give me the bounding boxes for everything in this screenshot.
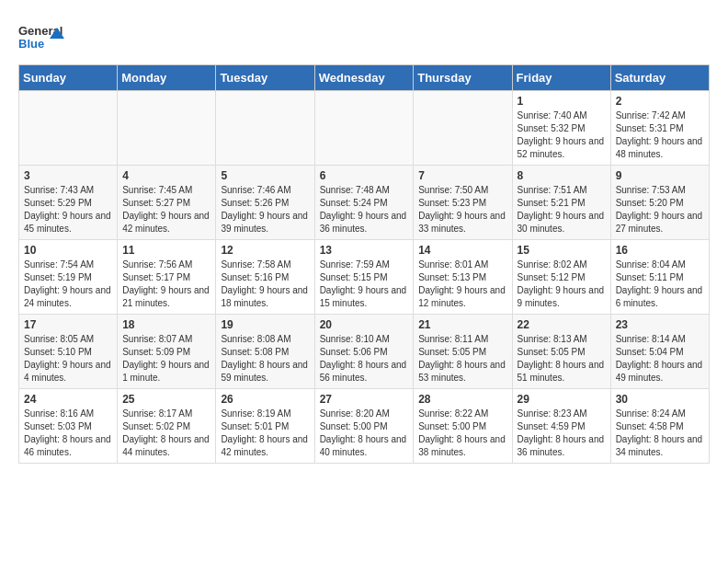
cell-info: Sunrise: 8:19 AMSunset: 5:01 PMDaylight:… [221,408,309,459]
cell-info: Sunrise: 7:45 AMSunset: 5:27 PMDaylight:… [122,184,210,236]
day-number: 22 [518,318,606,331]
day-number: 23 [616,318,704,331]
calendar-cell: 29Sunrise: 8:23 AMSunset: 4:59 PMDayligh… [512,389,610,464]
calendar-cell: 26Sunrise: 8:19 AMSunset: 5:01 PMDayligh… [216,389,314,464]
calendar-cell [19,91,118,166]
cell-info: Sunrise: 7:43 AMSunset: 5:29 PMDaylight:… [24,184,112,236]
calendar-cell: 20Sunrise: 8:10 AMSunset: 5:06 PMDayligh… [314,315,414,389]
calendar-cell: 12Sunrise: 7:58 AMSunset: 5:16 PMDayligh… [216,240,314,315]
calendar-header-monday: Monday [118,65,216,91]
cell-info: Sunrise: 7:42 AMSunset: 5:31 PMDaylight:… [616,109,704,161]
cell-info: Sunrise: 7:58 AMSunset: 5:16 PMDaylight:… [221,259,309,310]
day-number: 18 [122,318,210,331]
cell-info: Sunrise: 7:51 AMSunset: 5:21 PMDaylight:… [518,184,606,236]
cell-info: Sunrise: 7:59 AMSunset: 5:15 PMDaylight:… [320,259,409,310]
day-number: 14 [418,244,506,257]
day-number: 5 [221,169,309,182]
calendar-cell: 8Sunrise: 7:51 AMSunset: 5:21 PMDaylight… [512,166,610,240]
calendar-header-tuesday: Tuesday [216,65,314,91]
calendar-cell: 7Sunrise: 7:50 AMSunset: 5:23 PMDaylight… [414,166,512,240]
cell-info: Sunrise: 7:40 AMSunset: 5:32 PMDaylight:… [518,109,606,161]
day-number: 26 [221,393,309,406]
calendar-week-row: 17Sunrise: 8:05 AMSunset: 5:10 PMDayligh… [19,315,710,389]
cell-info: Sunrise: 7:48 AMSunset: 5:24 PMDaylight:… [320,184,409,236]
day-number: 20 [320,318,409,331]
calendar-cell: 23Sunrise: 8:14 AMSunset: 5:04 PMDayligh… [610,315,709,389]
cell-info: Sunrise: 7:56 AMSunset: 5:17 PMDaylight:… [122,259,210,310]
cell-info: Sunrise: 8:05 AMSunset: 5:10 PMDaylight:… [24,333,112,385]
calendar-cell: 18Sunrise: 8:07 AMSunset: 5:09 PMDayligh… [118,315,216,389]
calendar-cell: 14Sunrise: 8:01 AMSunset: 5:13 PMDayligh… [414,240,512,315]
cell-info: Sunrise: 7:54 AMSunset: 5:19 PMDaylight:… [24,259,112,310]
day-number: 30 [616,393,704,406]
cell-info: Sunrise: 8:20 AMSunset: 5:00 PMDaylight:… [320,408,409,459]
day-number: 13 [320,244,409,257]
calendar-cell: 2Sunrise: 7:42 AMSunset: 5:31 PMDaylight… [610,91,709,166]
cell-info: Sunrise: 8:11 AMSunset: 5:05 PMDaylight:… [418,333,506,385]
calendar-cell: 15Sunrise: 8:02 AMSunset: 5:12 PMDayligh… [512,240,610,315]
logo-svg: General Blue [18,18,64,55]
day-number: 21 [418,318,506,331]
cell-info: Sunrise: 8:07 AMSunset: 5:09 PMDaylight:… [122,333,210,385]
day-number: 24 [24,393,112,406]
day-number: 8 [518,169,606,182]
calendar-week-row: 3Sunrise: 7:43 AMSunset: 5:29 PMDaylight… [19,166,710,240]
day-number: 4 [122,169,210,182]
calendar-cell: 30Sunrise: 8:24 AMSunset: 4:58 PMDayligh… [610,389,709,464]
calendar-header-saturday: Saturday [610,65,709,91]
calendar-header-friday: Friday [512,65,610,91]
calendar-cell: 5Sunrise: 7:46 AMSunset: 5:26 PMDaylight… [216,166,314,240]
cell-info: Sunrise: 8:24 AMSunset: 4:58 PMDaylight:… [616,408,704,459]
day-number: 6 [320,169,409,182]
cell-info: Sunrise: 7:46 AMSunset: 5:26 PMDaylight:… [221,184,309,236]
calendar-cell: 1Sunrise: 7:40 AMSunset: 5:32 PMDaylight… [512,91,610,166]
day-number: 19 [221,318,309,331]
day-number: 1 [518,95,606,108]
day-number: 25 [122,393,210,406]
calendar-cell: 27Sunrise: 8:20 AMSunset: 5:00 PMDayligh… [314,389,414,464]
calendar-cell: 11Sunrise: 7:56 AMSunset: 5:17 PMDayligh… [118,240,216,315]
day-number: 3 [24,169,112,182]
calendar-cell: 24Sunrise: 8:16 AMSunset: 5:03 PMDayligh… [19,389,118,464]
cell-info: Sunrise: 8:10 AMSunset: 5:06 PMDaylight:… [320,333,409,385]
cell-info: Sunrise: 8:04 AMSunset: 5:11 PMDaylight:… [616,259,704,310]
cell-info: Sunrise: 8:08 AMSunset: 5:08 PMDaylight:… [221,333,309,385]
cell-info: Sunrise: 8:13 AMSunset: 5:05 PMDaylight:… [518,333,606,385]
calendar-cell: 6Sunrise: 7:48 AMSunset: 5:24 PMDaylight… [314,166,414,240]
cell-info: Sunrise: 7:53 AMSunset: 5:20 PMDaylight:… [616,184,704,236]
day-number: 16 [616,244,704,257]
calendar-cell: 10Sunrise: 7:54 AMSunset: 5:19 PMDayligh… [19,240,118,315]
calendar-week-row: 10Sunrise: 7:54 AMSunset: 5:19 PMDayligh… [19,240,710,315]
calendar-cell: 17Sunrise: 8:05 AMSunset: 5:10 PMDayligh… [19,315,118,389]
calendar-cell: 28Sunrise: 8:22 AMSunset: 5:00 PMDayligh… [414,389,512,464]
svg-text:Blue: Blue [18,37,44,51]
calendar-cell: 4Sunrise: 7:45 AMSunset: 5:27 PMDaylight… [118,166,216,240]
day-number: 15 [518,244,606,257]
calendar-cell: 9Sunrise: 7:53 AMSunset: 5:20 PMDaylight… [610,166,709,240]
day-number: 28 [418,393,506,406]
calendar-cell: 22Sunrise: 8:13 AMSunset: 5:05 PMDayligh… [512,315,610,389]
cell-info: Sunrise: 8:01 AMSunset: 5:13 PMDaylight:… [418,259,506,310]
cell-info: Sunrise: 8:22 AMSunset: 5:00 PMDaylight:… [418,408,506,459]
calendar-week-row: 24Sunrise: 8:16 AMSunset: 5:03 PMDayligh… [19,389,710,464]
logo: General Blue [18,18,64,55]
calendar-header-thursday: Thursday [414,65,512,91]
day-number: 10 [24,244,112,257]
cell-info: Sunrise: 8:16 AMSunset: 5:03 PMDaylight:… [24,408,112,459]
calendar-cell: 19Sunrise: 8:08 AMSunset: 5:08 PMDayligh… [216,315,314,389]
day-number: 29 [518,393,606,406]
calendar-cell: 16Sunrise: 8:04 AMSunset: 5:11 PMDayligh… [610,240,709,315]
day-number: 11 [122,244,210,257]
day-number: 2 [616,95,704,108]
calendar-table: SundayMondayTuesdayWednesdayThursdayFrid… [18,64,710,464]
calendar-week-row: 1Sunrise: 7:40 AMSunset: 5:32 PMDaylight… [19,91,710,166]
calendar-header-row: SundayMondayTuesdayWednesdayThursdayFrid… [19,65,710,91]
day-number: 17 [24,318,112,331]
day-number: 12 [221,244,309,257]
cell-info: Sunrise: 8:02 AMSunset: 5:12 PMDaylight:… [518,259,606,310]
calendar-cell [414,91,512,166]
calendar-header-wednesday: Wednesday [314,65,414,91]
cell-info: Sunrise: 8:14 AMSunset: 5:04 PMDaylight:… [616,333,704,385]
calendar-cell: 21Sunrise: 8:11 AMSunset: 5:05 PMDayligh… [414,315,512,389]
calendar-cell: 13Sunrise: 7:59 AMSunset: 5:15 PMDayligh… [314,240,414,315]
